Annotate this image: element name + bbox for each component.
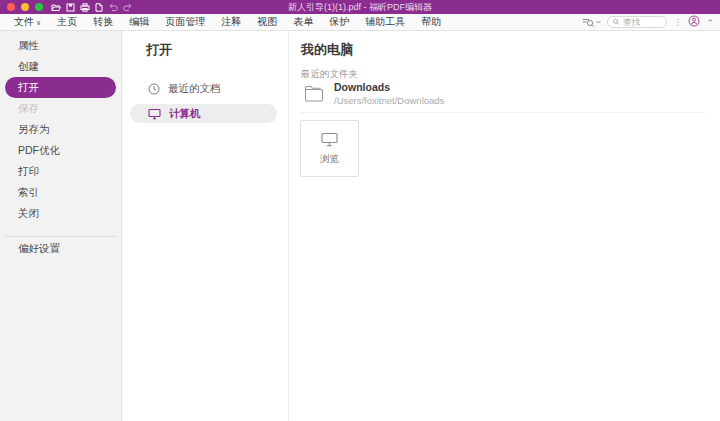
print-icon[interactable] <box>80 3 90 12</box>
recent-folder-item[interactable]: Downloads /Users/foxitnet/Downloads <box>304 81 704 106</box>
menu-page-management[interactable]: 页面管理 <box>157 14 213 30</box>
titlebar: 新人引导(1)(1).pdf - 福昕PDF编辑器 <box>0 0 720 14</box>
menu-accessibility-tools[interactable]: 辅助工具 <box>357 14 413 30</box>
monitor-icon <box>321 132 338 147</box>
computer-icon <box>148 108 161 120</box>
save-icon[interactable] <box>66 3 75 12</box>
undo-icon[interactable] <box>108 3 118 12</box>
menu-file[interactable]: 文件∨ <box>6 14 49 31</box>
more-options-icon[interactable]: ⋮ <box>673 17 682 27</box>
folder-icon <box>304 85 324 102</box>
open-item-label: 最近的文档 <box>168 82 221 96</box>
menu-protect[interactable]: 保护 <box>321 14 357 30</box>
sidebar-item-open[interactable]: 打开 <box>5 77 116 98</box>
redo-icon[interactable] <box>123 3 133 12</box>
browse-label: 浏览 <box>320 153 339 166</box>
open-file-icon[interactable] <box>51 3 61 12</box>
sidebar-divider <box>4 236 117 237</box>
open-item-recent-documents[interactable]: 最近的文档 <box>122 79 288 98</box>
menu-comment[interactable]: 注释 <box>213 14 249 30</box>
recent-folders-label: 最近的文件夹 <box>301 68 358 81</box>
sidebar-item-create[interactable]: 创建 <box>0 56 121 77</box>
close-window-button[interactable] <box>7 3 15 11</box>
folder-path: /Users/foxitnet/Downloads <box>334 95 444 106</box>
menu-edit[interactable]: 编辑 <box>121 14 157 30</box>
account-icon[interactable] <box>688 13 700 31</box>
browse-button[interactable]: 浏览 <box>300 120 359 177</box>
collapse-toolbar-icon[interactable]: ⌃ <box>706 18 714 28</box>
computer-panel-title: 我的电脑 <box>301 41 353 59</box>
open-panel: 打开 最近的文档 计算机 <box>122 31 289 421</box>
sidebar-item-close[interactable]: 关闭 <box>0 203 121 224</box>
sidebar-item-print[interactable]: 打印 <box>0 161 121 182</box>
new-document-icon[interactable] <box>95 3 103 12</box>
find-searchbox[interactable] <box>607 16 667 28</box>
quick-access-toolbar <box>51 3 133 12</box>
open-location-list: 最近的文档 计算机 <box>122 79 288 129</box>
open-item-label: 计算机 <box>169 107 201 121</box>
find-options-icon[interactable] <box>582 17 601 28</box>
chevron-down-icon: ∨ <box>36 19 41 26</box>
minimize-window-button[interactable] <box>21 3 29 11</box>
menu-help[interactable]: 帮助 <box>413 14 449 30</box>
sidebar-item-pdf-optimize[interactable]: PDF优化 <box>0 140 121 161</box>
clock-icon <box>148 83 160 95</box>
menubar: 文件∨ 主页 转换 编辑 页面管理 注释 视图 表单 保护 辅助工具 帮助 ⋮ … <box>0 14 720 31</box>
open-panel-title: 打开 <box>146 41 172 59</box>
folder-name: Downloads <box>334 81 444 93</box>
backstage: 属性 创建 打开 保存 另存为 PDF优化 打印 索引 关闭 偏好设置 打开 最… <box>0 31 720 421</box>
menu-home[interactable]: 主页 <box>49 14 85 30</box>
traffic-lights <box>7 3 43 11</box>
menu-form[interactable]: 表单 <box>285 14 321 30</box>
computer-panel: 我的电脑 最近的文件夹 Downloads /Users/foxitnet/Do… <box>289 31 720 421</box>
menu-view[interactable]: 视图 <box>249 14 285 30</box>
folder-texts: Downloads /Users/foxitnet/Downloads <box>334 81 444 106</box>
sidebar-item-save: 保存 <box>0 98 121 119</box>
foxit-pdf-editor-window: 新人引导(1)(1).pdf - 福昕PDF编辑器 文件∨ 主页 转换 编辑 页… <box>0 0 720 421</box>
search-icon <box>613 18 619 26</box>
menubar-right-controls: ⋮ ⌃ <box>582 13 720 31</box>
zoom-window-button[interactable] <box>35 3 43 11</box>
folder-list-divider <box>301 112 706 113</box>
sidebar-item-index[interactable]: 索引 <box>0 182 121 203</box>
open-item-computer[interactable]: 计算机 <box>130 104 277 123</box>
file-sidebar: 属性 创建 打开 保存 另存为 PDF优化 打印 索引 关闭 偏好设置 <box>0 31 122 421</box>
sidebar-item-preferences[interactable]: 偏好设置 <box>0 238 121 259</box>
sidebar-item-properties[interactable]: 属性 <box>0 35 121 56</box>
menu-convert[interactable]: 转换 <box>85 14 121 30</box>
sidebar-item-save-as[interactable]: 另存为 <box>0 119 121 140</box>
find-input[interactable] <box>623 17 662 27</box>
